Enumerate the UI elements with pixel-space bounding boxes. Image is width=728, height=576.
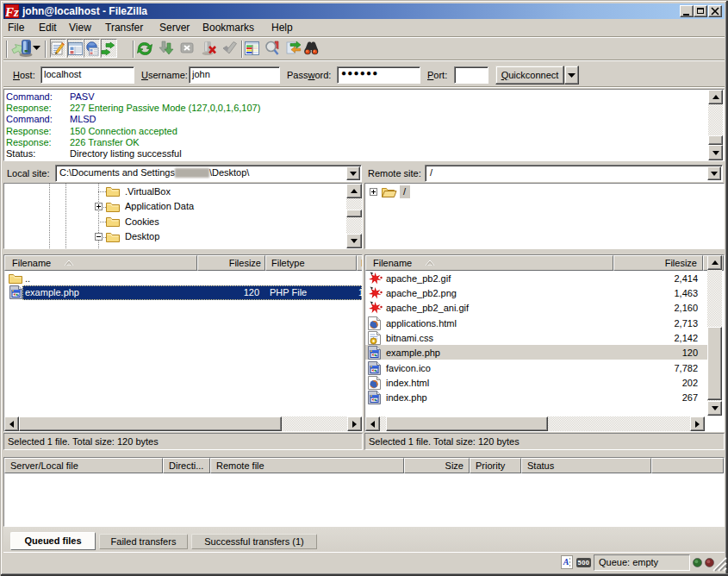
svg-text:Fz: Fz — [5, 5, 19, 19]
svg-text:A: A — [563, 557, 569, 567]
